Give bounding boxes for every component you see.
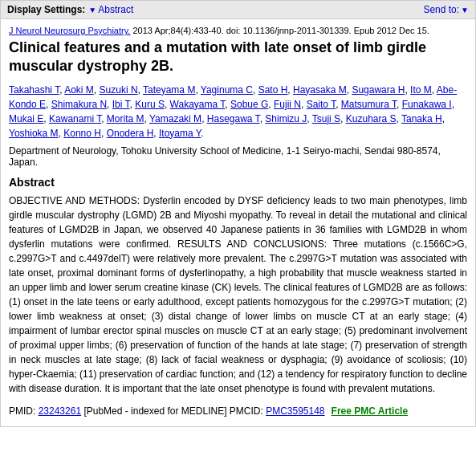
author-yaginuma[interactable]: Yaginuma C [201, 84, 253, 96]
send-to-label: Send to: [423, 4, 459, 15]
affiliation: Department of Neurology, Tohoku Universi… [9, 145, 467, 168]
author-itoyama[interactable]: Itoyama Y [159, 128, 201, 139]
author-yamazaki[interactable]: Yamazaki M [149, 113, 201, 124]
journal-citation: J Neurol Neurosurg Psychiatry. 2013 Apr;… [9, 26, 467, 35]
author-morita[interactable]: Morita M [107, 113, 144, 124]
author-matsumura[interactable]: Matsumura T [341, 99, 397, 110]
author-kuru[interactable]: Kuru S [135, 99, 165, 110]
author-tsuji[interactable]: Tsuji S [312, 113, 340, 124]
send-to-button[interactable]: Send to: ▼ [423, 4, 469, 15]
author-hayasaka[interactable]: Hayasaka M [293, 84, 347, 96]
author-sugawara[interactable]: Sugawara H [352, 84, 405, 96]
author-sobue[interactable]: Sobue G [230, 99, 268, 110]
author-ibi[interactable]: Ibi T [112, 99, 130, 110]
display-settings-label: Display Settings: [7, 4, 85, 15]
pmid-link[interactable]: 23243261 [39, 405, 81, 417]
abstract-body: OBJECTIVE AND METHODS: Dysferlin encoded… [9, 193, 467, 396]
article-title: Clinical features and a mutation with la… [9, 39, 467, 76]
author-fujii[interactable]: Fujii N [274, 99, 301, 110]
author-shimizu[interactable]: Shimizu J [265, 113, 307, 124]
abstract-section: Abstract OBJECTIVE AND METHODS: Dysferli… [9, 176, 467, 396]
app-container: Display Settings: ▼ Abstract Send to: ▼ … [0, 0, 476, 427]
abstract-dropdown-label: Abstract [98, 4, 133, 15]
abstract-dropdown[interactable]: ▼ Abstract [88, 4, 133, 15]
authors-list: Takahashi T, Aoki M, Suzuki N, Tateyama … [9, 84, 457, 139]
author-sato[interactable]: Sato H [258, 84, 288, 96]
send-to-section: Send to: ▼ [423, 4, 469, 15]
authors-section: Takahashi T, Aoki M, Suzuki N, Tateyama … [9, 83, 467, 140]
journal-details: 2013 Apr;84(4):433-40. doi: 10.1136/jnnp… [130, 26, 429, 35]
author-kawanami[interactable]: Kawanami T [49, 113, 101, 124]
journal-name-link[interactable]: J Neurol Neurosurg Psychiatry. [9, 26, 130, 35]
author-suzuki[interactable]: Suzuki N [100, 84, 138, 96]
main-content: J Neurol Neurosurg Psychiatry. 2013 Apr;… [1, 19, 475, 426]
free-pmc-label: Free PMC Article [332, 405, 409, 417]
author-ito[interactable]: Ito M [410, 84, 432, 96]
author-yoshioka[interactable]: Yoshioka M [9, 128, 59, 139]
free-pmc-link[interactable]: Free PMC Article [332, 405, 409, 417]
author-kuzuhara[interactable]: Kuzuhara S [346, 113, 397, 124]
author-takahashi[interactable]: Takahashi T [9, 84, 59, 96]
author-tateyama[interactable]: Tateyama M [143, 84, 195, 96]
send-to-arrow-icon: ▼ [461, 6, 469, 14]
author-mukai[interactable]: Mukai E [9, 113, 43, 124]
display-settings-section: Display Settings: ▼ Abstract [7, 4, 133, 15]
abstract-heading: Abstract [9, 176, 467, 189]
author-konno[interactable]: Konno H [63, 128, 101, 139]
pmcid-link[interactable]: PMC3595148 [266, 405, 324, 417]
author-onodera[interactable]: Onodera H [107, 128, 154, 139]
author-wakayama[interactable]: Wakayama T [170, 99, 226, 110]
dropdown-arrow-icon: ▼ [88, 6, 96, 14]
author-aoki[interactable]: Aoki M [64, 84, 94, 96]
author-hasegawa[interactable]: Hasegawa T [207, 113, 260, 124]
author-funakawa[interactable]: Funakawa I [402, 99, 452, 110]
pmid-text: PMID: 23243261 [PubMed - indexed for MED… [9, 405, 325, 417]
author-saito[interactable]: Saito T [307, 99, 336, 110]
pmid-line: PMID: 23243261 [PubMed - indexed for MED… [9, 405, 467, 417]
author-shimakura[interactable]: Shimakura N [51, 99, 107, 110]
author-tanaka[interactable]: Tanaka H [401, 113, 442, 124]
top-bar: Display Settings: ▼ Abstract Send to: ▼ [1, 1, 475, 19]
